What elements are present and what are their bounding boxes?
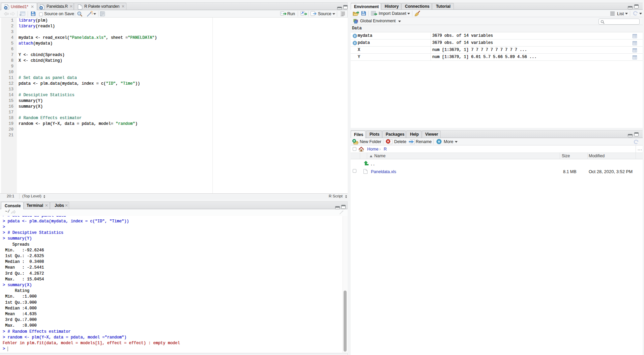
svg-text:R: R	[40, 6, 42, 9]
svg-text:R: R	[5, 6, 7, 9]
